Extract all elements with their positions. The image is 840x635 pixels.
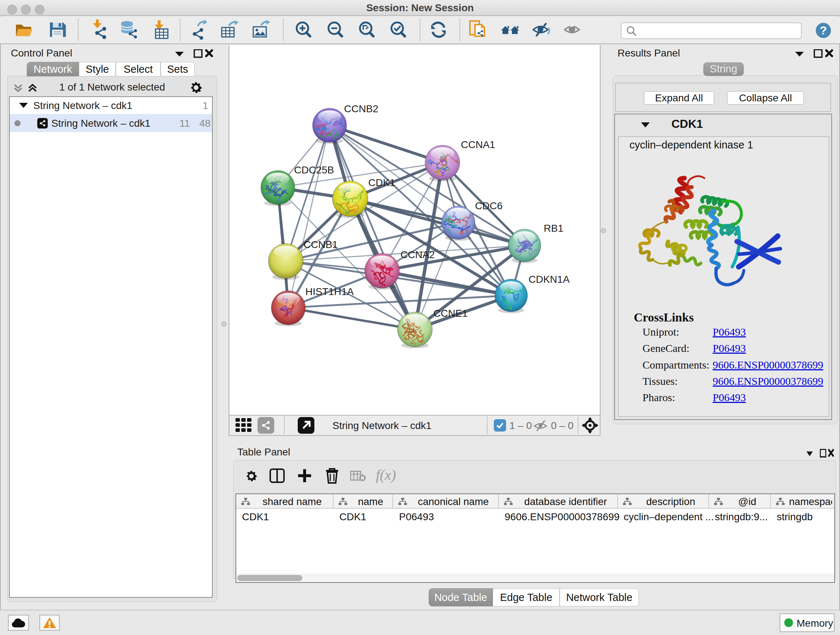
svg-text:CCNA2: CCNA2 bbox=[401, 249, 435, 260]
svg-text:CDK1: CDK1 bbox=[368, 177, 395, 188]
svg-text:CCNE1: CCNE1 bbox=[433, 308, 468, 319]
svg-text:CCNB2: CCNB2 bbox=[344, 103, 378, 114]
svg-text:HIST1H1A: HIST1H1A bbox=[305, 286, 354, 297]
svg-text:CCNA1: CCNA1 bbox=[461, 139, 495, 150]
svg-text:CDC6: CDC6 bbox=[475, 200, 502, 211]
svg-text:CDC25B: CDC25B bbox=[294, 165, 334, 176]
svg-text:CDKN1A: CDKN1A bbox=[529, 274, 570, 285]
svg-text:CCNB1: CCNB1 bbox=[303, 239, 338, 250]
svg-text:RB1: RB1 bbox=[544, 223, 563, 234]
